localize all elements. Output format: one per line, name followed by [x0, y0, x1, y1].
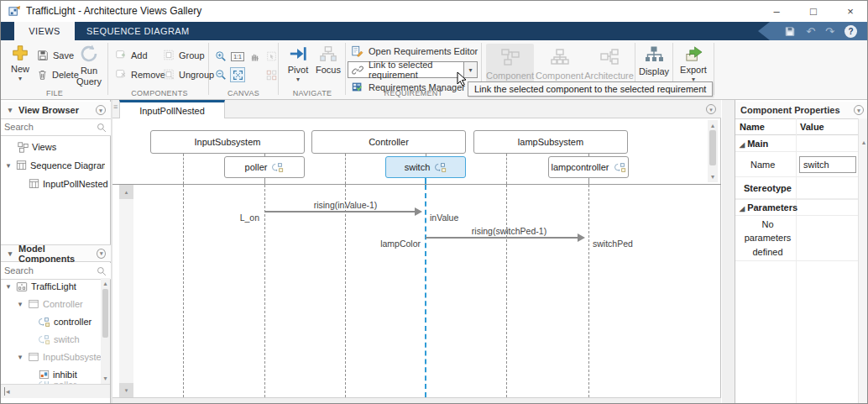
scroll-up-icon[interactable]: ▴ — [708, 122, 718, 129]
chevron-down-icon: ▾ — [296, 76, 300, 84]
pan-button[interactable] — [247, 49, 262, 64]
lifeline-switch-selected[interactable] — [425, 185, 426, 397]
lifeline-poller[interactable] — [264, 185, 265, 397]
ungroup-button[interactable]: Ungroup — [161, 68, 216, 81]
scrollbar-horizontal[interactable]: ◂ — [1, 384, 110, 398]
property-label: Name — [735, 160, 796, 170]
save-button[interactable]: Save — [35, 49, 76, 62]
scroll-up-button[interactable]: ▴ — [119, 185, 133, 199]
panel-splitter[interactable] — [722, 100, 735, 404]
scrollbar-thumb[interactable] — [709, 130, 716, 165]
message-arrow[interactable] — [264, 211, 421, 212]
column-header-name: Name — [735, 122, 796, 132]
pivot-button[interactable]: Pivot ▾ — [283, 45, 313, 84]
panel-menu-icon[interactable]: ▾ — [854, 105, 864, 115]
panel-menu-icon[interactable]: ▾ — [96, 105, 106, 115]
scrollbar-vertical[interactable]: ▴ ▾ — [119, 185, 133, 397]
panel-menu-icon[interactable]: ▾ — [706, 104, 716, 114]
message-arrow[interactable] — [426, 237, 583, 239]
section-label-file: FILE — [18, 89, 92, 97]
export-icon — [683, 44, 704, 63]
zoom-one-to-one-button[interactable]: 1:1 — [230, 49, 245, 64]
run-query-button[interactable]: Run Query — [73, 44, 105, 87]
tab-inputpollnested[interactable]: InputPollNested — [119, 100, 225, 118]
source-port-label: lampColor — [380, 239, 421, 249]
scrollbar-thumb[interactable] — [102, 289, 108, 338]
header-inputsubsystem[interactable]: InputSubsystem — [150, 130, 305, 154]
section-row-main[interactable]: ◢Main — [735, 135, 858, 152]
scrollbar-vertical[interactable]: ▴ — [858, 118, 868, 404]
add-button[interactable]: Add — [113, 49, 149, 61]
search-input[interactable] — [1, 263, 92, 278]
left-sidebar: ▾ View Browser ▾ Views ▾ Sequence Diagra… — [1, 100, 111, 404]
maximize-button[interactable]: □ — [795, 1, 832, 22]
remove-button[interactable]: Remove — [113, 68, 167, 81]
redo-icon[interactable]: ↷ — [825, 26, 834, 37]
tree-item-trafficlight[interactable]: ▾ TrafficLight — [4, 278, 105, 295]
section-row-parameters[interactable]: ◢Parameters — [735, 199, 858, 216]
expander-icon[interactable]: ◢ — [740, 205, 745, 212]
link-to-requirement-button[interactable]: Link to selected requirement — [348, 61, 464, 78]
link-icon — [352, 65, 363, 76]
tab-sequence-diagram[interactable]: SEQUENCE DIAGRAM — [75, 22, 201, 40]
scrollbar-vertical[interactable]: ▴ ▾ — [101, 278, 110, 384]
lifeline-lampcontroller[interactable] — [588, 185, 589, 397]
zoom-in-button[interactable] — [213, 49, 228, 64]
scroll-up-icon[interactable]: ▴ — [101, 280, 110, 287]
property-row-stereotype: Stereotype — [735, 177, 858, 199]
expander-icon[interactable]: ◢ — [740, 141, 745, 149]
zoom-in-icon — [215, 50, 227, 62]
search-input[interactable] — [1, 119, 92, 134]
expand-icon[interactable]: ▾ — [16, 300, 24, 308]
tab-views[interactable]: VIEWS — [14, 22, 75, 40]
model-components-header[interactable]: ▾ Model Components ▾ — [1, 244, 111, 262]
tree-item-views[interactable]: Views — [18, 139, 118, 155]
save-quick-icon[interactable] — [784, 26, 796, 37]
collapse-icon[interactable]: ▾ — [6, 249, 14, 258]
scrollbar-vertical[interactable]: ▴ ▾ — [708, 120, 718, 182]
zoom-out-icon — [215, 69, 227, 81]
scroll-down-icon[interactable]: ▾ — [708, 173, 718, 181]
expand-icon[interactable]: ▾ — [16, 353, 24, 361]
display-button[interactable]: Display — [636, 45, 672, 77]
panel-menu-icon[interactable]: ▾ — [97, 249, 106, 259]
lifeline[interactable] — [506, 185, 507, 397]
lifeline-head-poller[interactable]: poller — [224, 156, 305, 178]
focus-button[interactable]: Focus — [313, 45, 343, 76]
scroll-down-icon[interactable]: ▾ — [101, 375, 110, 382]
zoom-out-button[interactable] — [213, 67, 228, 82]
expand-icon[interactable]: ▾ — [4, 282, 13, 291]
group-button[interactable]: Group — [161, 49, 207, 61]
export-button[interactable]: Export ▾ — [675, 44, 712, 84]
views-icon — [18, 142, 29, 153]
grip-icon[interactable]: ≡ — [113, 102, 118, 111]
close-button[interactable]: × — [832, 1, 868, 22]
open-requirements-editor-button[interactable]: Open Requirements Editor — [351, 45, 478, 57]
help-icon[interactable]: ? — [844, 25, 857, 38]
overview-button[interactable] — [264, 67, 279, 82]
name-value-input[interactable] — [799, 156, 856, 173]
lifeline-head-lampcontroller[interactable]: lampcontroller — [548, 156, 629, 178]
minimize-button[interactable]: – — [758, 1, 795, 22]
sequence-diagram-icon — [16, 160, 27, 171]
fit-to-view-button[interactable] — [230, 67, 245, 82]
tree-item-sequence-diagrams[interactable]: ▾ Sequence Diagrams — [4, 157, 105, 174]
run-query-icon — [79, 44, 99, 64]
lifeline[interactable] — [345, 185, 346, 397]
lifeline[interactable] — [183, 185, 184, 397]
collapse-icon[interactable]: ▾ — [6, 106, 14, 114]
pane-divider[interactable] — [112, 184, 721, 185]
scrollbar-horizontal[interactable] — [112, 397, 721, 404]
select-region-button[interactable] — [264, 49, 279, 64]
header-lampsubsystem[interactable]: lampSubsystem — [473, 130, 628, 154]
view-browser-header[interactable]: ▾ View Browser ▾ — [1, 102, 111, 119]
properties-header[interactable]: Component Properties ▾ — [735, 102, 868, 119]
expand-icon[interactable]: ▾ — [4, 161, 13, 170]
header-controller[interactable]: Controller — [311, 130, 466, 154]
lifeline-head-switch[interactable]: switch — [385, 156, 466, 178]
undo-icon[interactable]: ↶ — [806, 26, 815, 37]
scroll-down-button[interactable]: ▾ — [119, 383, 133, 397]
scroll-up-icon[interactable]: ▴ — [859, 139, 868, 146]
new-plus-icon — [11, 44, 29, 62]
new-button[interactable]: New ▾ — [6, 44, 34, 83]
